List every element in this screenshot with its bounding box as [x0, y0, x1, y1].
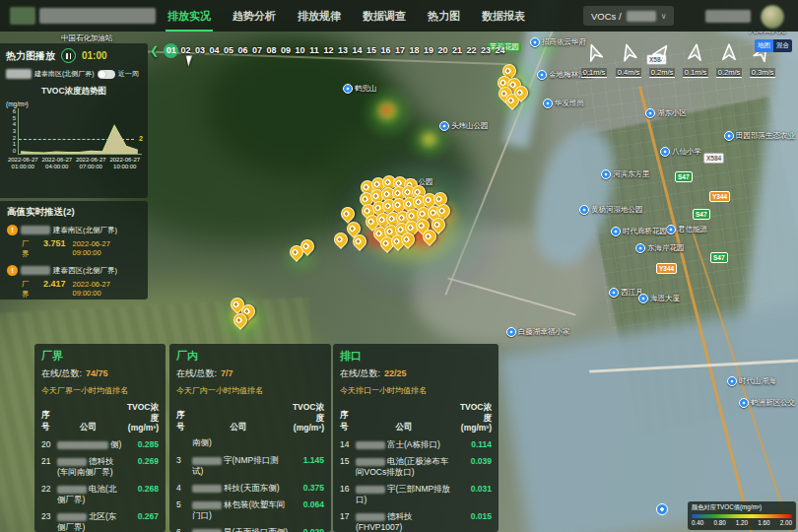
- hour-17[interactable]: 17: [393, 43, 408, 58]
- hour-12[interactable]: 12: [321, 43, 336, 58]
- map-type-button[interactable]: 混合: [773, 39, 792, 52]
- hour-13[interactable]: 13: [336, 43, 351, 58]
- map-label[interactable]: 中国石化加油站: [61, 33, 113, 43]
- hour-05[interactable]: 05: [222, 43, 236, 58]
- map-label[interactable]: 八仙小学: [660, 147, 701, 157]
- tvoc-value: 0.064: [291, 499, 324, 509]
- hour-15[interactable]: 15: [365, 43, 379, 58]
- map-label[interactable]: 白藤湖幸福小家: [506, 327, 570, 337]
- panel-title: 厂界: [41, 349, 159, 364]
- map-label[interactable]: 河滨东方里: [601, 169, 650, 179]
- map-label[interactable]: 黄杨河湿地公园: [579, 205, 643, 215]
- panel-title: 排口: [340, 349, 492, 364]
- map-type-button[interactable]: 地图: [755, 39, 773, 52]
- menu-item[interactable]: 数据调查: [363, 9, 406, 24]
- scroll-left-icon[interactable]: ❮: [150, 44, 159, 57]
- hour-11[interactable]: 11: [307, 43, 322, 58]
- company-name: 科技(天面东侧): [224, 483, 280, 493]
- play-time: 01:00: [82, 50, 107, 61]
- hour-20[interactable]: 20: [435, 43, 450, 58]
- hour-23[interactable]: 23: [479, 43, 494, 58]
- company-redacted: [192, 457, 222, 465]
- wind-speed: 0.2m/s: [716, 68, 743, 78]
- main-menu: 排放实况趋势分析排放规律数据调查热力图数据报表: [167, 0, 525, 32]
- poi-icon: [727, 376, 737, 386]
- menu-item[interactable]: 趋势分析: [233, 9, 276, 24]
- hour-10[interactable]: 10: [293, 43, 307, 58]
- map-label[interactable]: 湖东小区: [645, 108, 687, 118]
- map-label[interactable]: 东海岸花园: [635, 243, 685, 253]
- menu-item[interactable]: 排放规律: [298, 9, 341, 24]
- poi-icon: [660, 147, 670, 157]
- map-label[interactable]: 鹤洲新区公交: [739, 398, 795, 408]
- x-axis-labels: 2022-06-2701:00:002022-06-2704:00:002022…: [6, 157, 142, 170]
- menu-item[interactable]: 数据报表: [482, 9, 525, 24]
- pollutant-select[interactable]: VOCs / ∨: [583, 6, 674, 26]
- high-value-push-panel: 高值实时推送(2) ! 建泰南区(北侧厂界) 厂界 3.751 2022-06-…: [0, 201, 148, 299]
- boundary-rank-panel: 厂界 在线/总数:74/75 今天厂界一小时均值排名 序号 公司 TVOC浓度(…: [34, 344, 166, 532]
- tvoc-value: 0.375: [291, 483, 324, 493]
- table-row[interactable]: 4 科技(天面东侧) 0.375: [176, 483, 324, 494]
- online-count: 7/7: [221, 368, 233, 378]
- map-label[interactable]: 海恩大厦: [638, 294, 680, 303]
- table-row[interactable]: 23 北区(东侧厂界) 0.267: [41, 511, 159, 532]
- hour-01[interactable]: 01: [164, 43, 178, 58]
- table-row[interactable]: 5 林包装(吹塑车间门口) 0.064: [176, 499, 324, 521]
- hour-14[interactable]: 14: [350, 43, 365, 58]
- hour-16[interactable]: 16: [378, 43, 393, 58]
- table-row[interactable]: 17 德科技(FHVP1007) 0.015: [340, 511, 492, 532]
- bridge-line: [589, 359, 798, 372]
- hour-06[interactable]: 06: [235, 43, 250, 58]
- row-number: 21: [41, 456, 57, 466]
- avatar[interactable]: [761, 5, 784, 29]
- rank-caption: 今天厂内一小时均值排名: [176, 385, 324, 396]
- push-item[interactable]: ! 建泰西区(北侧厂界) 厂界 2.417 2022-06-27 09:00:0…: [7, 265, 141, 299]
- table-row[interactable]: 15 电池(正极涂布车间VOCs排放口) 0.039: [340, 456, 492, 478]
- map-label[interactable]: 田园部落生态农业: [724, 131, 795, 141]
- map-label[interactable]: 头炜山公园: [439, 121, 489, 131]
- push-time: 2022-06-27 09:00:00: [73, 239, 142, 257]
- hour-21[interactable]: 21: [450, 43, 465, 58]
- station-name: 建泰南区(北侧厂界): [53, 226, 117, 235]
- wind-arrow-icon: [582, 40, 605, 63]
- hour-04[interactable]: 04: [207, 43, 222, 58]
- hour-08[interactable]: 08: [264, 43, 279, 58]
- table-row[interactable]: 20 侧) 0.285: [41, 439, 159, 450]
- terrain-forest: [207, 39, 394, 177]
- table-row[interactable]: 16 宇(三部NMP排放口) 0.031: [340, 484, 492, 505]
- point-type: 厂界: [22, 280, 36, 299]
- map-label[interactable]: 君信能源: [666, 225, 707, 234]
- hour-18[interactable]: 18: [407, 43, 422, 58]
- hour-buttons: 0102030405060708091011121314151617181920…: [164, 43, 507, 58]
- hour-22[interactable]: 22: [464, 43, 479, 58]
- hour-07[interactable]: 07: [250, 43, 265, 58]
- table-row[interactable]: 3 宇(NMP排口测试) 1.145: [176, 455, 324, 477]
- table-row[interactable]: 14 富士(A栋排口) 0.114: [340, 439, 492, 450]
- station-name: 建泰南区(北侧厂界): [34, 69, 95, 79]
- station-select-redacted[interactable]: [6, 69, 32, 79]
- week-toggle[interactable]: [98, 70, 115, 79]
- company-redacted: [356, 441, 385, 449]
- hour-19[interactable]: 19: [422, 43, 436, 58]
- menu-item[interactable]: 排放实况: [167, 9, 211, 24]
- pause-button[interactable]: [61, 48, 76, 63]
- map-label[interactable]: 华发维尚: [543, 99, 584, 108]
- push-item[interactable]: ! 建泰南区(北侧厂界) 厂界 3.751 2022-06-27 09:00:0…: [7, 225, 141, 259]
- wind-speed: 0.1m/s: [581, 68, 608, 78]
- menu-item[interactable]: 热力图: [428, 9, 460, 24]
- map-label[interactable]: 时代廊桥花园: [611, 227, 667, 236]
- hour-09[interactable]: 09: [279, 43, 294, 58]
- table-row[interactable]: 6 显(天面排口西侧) 0.029: [176, 527, 324, 532]
- threshold-label: 2: [139, 135, 143, 142]
- outlet-rank-panel: 排口 在线/总数:22/25 今天排口一小时均值排名 序号 公司 TVOC浓度(…: [333, 344, 499, 532]
- map-label[interactable]: 时代山湖海: [727, 376, 776, 386]
- table-row[interactable]: 21 德科技(车间南侧厂界) 0.269: [41, 456, 159, 478]
- hour-strip: ❮ 01020304050607080910111213141516171819…: [150, 43, 507, 58]
- table-row[interactable]: 22 电池(北侧厂界) 0.268: [41, 484, 159, 505]
- map-label[interactable]: 鹤兜山: [343, 84, 377, 94]
- terrain-river: [740, 37, 798, 358]
- hour-24[interactable]: 24: [493, 43, 507, 58]
- row-number: 5: [176, 499, 192, 509]
- poi-icon: [635, 243, 645, 253]
- hour-03[interactable]: 03: [193, 43, 208, 58]
